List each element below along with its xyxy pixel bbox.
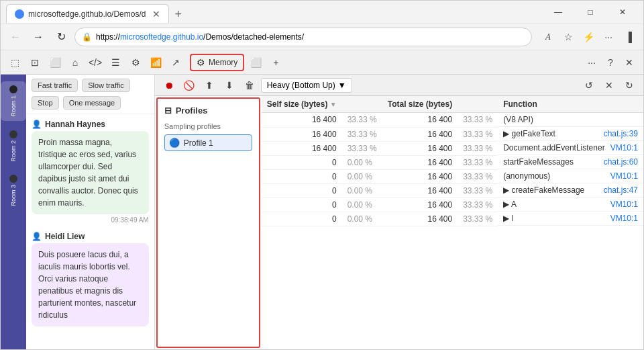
function-link[interactable]: chat.js:39	[604, 129, 638, 138]
stop-btn[interactable]: Stop	[32, 96, 59, 110]
load-btn[interactable]: ⬇	[221, 77, 238, 94]
more-tools-btn[interactable]: ⬜	[247, 54, 264, 71]
function-link[interactable]: VM10:1	[610, 171, 638, 181]
new-tab-button[interactable]: +	[169, 6, 187, 23]
self-pct-header	[342, 96, 382, 113]
sampling-label: Sampling profiles	[164, 122, 252, 130]
profile-1-item[interactable]: 🔵 Profile 1	[164, 134, 252, 151]
self-size-header[interactable]: Self size (bytes) ▼	[262, 96, 342, 113]
wifi-btn[interactable]: 📶	[147, 54, 164, 71]
active-tab[interactable]: microsoftedge.github.io/Demos/d ✕	[6, 4, 169, 23]
table-row: 16 40033.33 %16 40033.33 %▶ getFakeTextc…	[262, 127, 643, 141]
minimize-button[interactable]: —	[543, 2, 574, 22]
total-pct-header	[458, 96, 498, 113]
one-message-btn[interactable]: One message	[63, 96, 121, 110]
tab-label: microsoftedge.github.io/Demos/d	[28, 9, 146, 19]
table-row: 00.00 %16 40033.33 %▶ AVM10:1	[262, 198, 643, 212]
lock-icon: 🔒	[82, 32, 92, 42]
slow-traffic-btn[interactable]: Slow traffic	[82, 79, 130, 92]
sidebar-btn[interactable]: ▐	[619, 28, 638, 46]
function-link[interactable]: VM10:1	[610, 200, 638, 209]
url-domain: microsoftedge.github.io	[120, 32, 203, 42]
dt-close-btn[interactable]: ✕	[621, 54, 638, 71]
share-btn[interactable]: ↗	[167, 54, 184, 71]
author-name: Hannah Haynes	[45, 120, 105, 129]
author-icon-2: 👤	[32, 232, 42, 241]
elements-btn[interactable]: ⌂	[66, 54, 84, 71]
performance-btn[interactable]: ⚙	[127, 54, 144, 71]
function-cell: ▶ createFakeMessagechat.js:47	[498, 183, 643, 198]
message-author: 👤 Hannah Haynes	[32, 120, 149, 129]
table-header-row: Self size (bytes) ▼ Total size (bytes) F…	[262, 96, 643, 113]
function-header[interactable]: Function	[498, 96, 643, 113]
title-bar: microsoftedge.github.io/Demos/d ✕ + — □ …	[1, 1, 643, 24]
tab-close-btn[interactable]: ✕	[152, 9, 160, 19]
maximize-button[interactable]: □	[575, 2, 606, 22]
total-size-cell: 16 400	[382, 169, 458, 183]
device-btn[interactable]: ⬜	[46, 54, 64, 71]
heap-filter-dropdown[interactable]: Heavy (Bottom Up) ▼	[261, 78, 352, 93]
function-cell: startFakeMessageschat.js:60	[498, 155, 643, 169]
sidebar-item-room3[interactable]: Room 3	[1, 171, 26, 210]
favorites-btn[interactable]: ☆	[559, 28, 578, 46]
profiles-title: Profiles	[176, 105, 208, 116]
message-item-2: 👤 Heidi Liew Duis posuere lacus dui, a i…	[32, 232, 149, 326]
function-name: ▶ l	[503, 214, 513, 223]
sidebar-item-room1[interactable]: Room 1	[1, 81, 26, 121]
total-pct-cell: 33.33 %	[458, 155, 498, 169]
table-row: 16 40033.33 %16 40033.33 %Document.addEv…	[262, 141, 643, 155]
dt-help-btn[interactable]: ?	[602, 54, 619, 71]
close-button[interactable]: ✕	[607, 2, 638, 22]
dt-right-buttons: ··· ? ✕	[583, 54, 638, 71]
function-link[interactable]: VM10:1	[610, 143, 638, 152]
chat-panel: Fast traffic Slow traffic Stop One messa…	[26, 75, 155, 349]
memory-button[interactable]: ⚙ Memory	[190, 54, 244, 71]
devtools-toolbar: ⬚ ⊡ ⬜ ⌂ </> ☰ ⚙ 📶 ↗ ⚙ Memory ⬜ + ··· ? ✕	[1, 50, 643, 75]
clear-btn[interactable]: 🗑	[241, 77, 258, 94]
dt-refresh2-btn[interactable]: ↻	[621, 77, 638, 94]
add-tool-btn[interactable]: +	[267, 54, 284, 71]
record-btn[interactable]: ⏺	[160, 77, 178, 94]
table-area: Self size (bytes) ▼ Total size (bytes) F…	[262, 96, 643, 349]
function-link[interactable]: VM10:1	[610, 214, 638, 223]
chat-controls: Fast traffic Slow traffic Stop One messa…	[26, 75, 154, 114]
total-size-cell: 16 400	[382, 198, 458, 212]
stop-record-btn[interactable]: 🚫	[180, 77, 198, 94]
inspect-btn[interactable]: ⬚	[6, 54, 23, 71]
back-button[interactable]: ←	[6, 28, 25, 46]
total-size-cell: 16 400	[382, 141, 458, 155]
profiles-header: ⊟ Profiles	[164, 105, 252, 116]
refresh-button[interactable]: ↻	[52, 28, 70, 46]
total-pct-cell: 33.33 %	[458, 127, 498, 141]
dt-refresh-btn2[interactable]: ↺	[580, 77, 598, 94]
table-row: 16 40033.33 %16 40033.33 %(V8 API)	[262, 113, 643, 128]
function-link[interactable]: chat.js:47	[604, 185, 638, 195]
more-btn[interactable]: ···	[599, 28, 618, 46]
collections-btn[interactable]: ⚡	[579, 28, 598, 46]
forward-button[interactable]: →	[29, 28, 48, 46]
dt-clear2-btn[interactable]: ✕	[600, 77, 618, 94]
sidebar-item-room2[interactable]: Room 2	[1, 126, 26, 166]
dt-more-btn[interactable]: ···	[583, 54, 600, 71]
total-size-cell: 16 400	[382, 155, 458, 169]
network-btn[interactable]: ☰	[107, 54, 124, 71]
self-pct-cell: 0.00 %	[342, 183, 382, 198]
function-link[interactable]: chat.js:60	[604, 157, 638, 167]
self-pct-cell: 0.00 %	[342, 198, 382, 212]
sources-btn[interactable]: </>	[87, 54, 104, 71]
table-row: 00.00 %16 40033.33 %(anonymous)VM10:1	[262, 169, 643, 183]
total-pct-cell: 33.33 %	[458, 141, 498, 155]
self-size-cell: 0	[262, 212, 342, 226]
self-size-cell: 16 400	[262, 127, 342, 141]
browser-window: microsoftedge.github.io/Demos/d ✕ + — □ …	[0, 0, 644, 350]
fast-traffic-btn[interactable]: Fast traffic	[32, 79, 78, 92]
total-pct-cell: 33.33 %	[458, 113, 498, 128]
heap-table: Self size (bytes) ▼ Total size (bytes) F…	[262, 96, 643, 226]
chat-messages: 👤 Hannah Haynes Proin massa magna, trist…	[26, 114, 154, 349]
console-btn[interactable]: ⊡	[26, 54, 44, 71]
take-snapshot-btn[interactable]: ⬆	[201, 77, 218, 94]
total-size-header[interactable]: Total size (bytes)	[382, 96, 458, 113]
read-aloud-btn[interactable]: 𝐴	[539, 28, 557, 46]
url-box[interactable]: 🔒 https://microsoftedge.github.io/Demos/…	[74, 28, 532, 46]
message-bubble: Proin massa magna, tristique ac eros sed…	[32, 131, 149, 214]
